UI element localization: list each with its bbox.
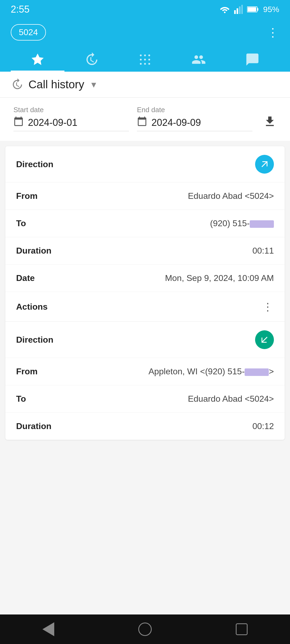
svg-point-9 [144, 54, 146, 56]
svg-point-12 [144, 59, 146, 61]
call-1-to-value: (920) 515- [210, 218, 274, 228]
start-date-label: Start date [13, 106, 129, 114]
end-calendar-icon [137, 116, 147, 129]
star-icon [30, 52, 45, 67]
start-date-field[interactable]: Start date 2024-09-01 [13, 106, 129, 131]
download-button[interactable] [263, 115, 277, 131]
end-date-label: End date [137, 106, 252, 114]
header: 5024 ⋮ [0, 19, 290, 72]
call-1-actions-row[interactable]: Actions ⋮ [5, 292, 285, 321]
call-1-from-value: Eduardo Abad <5024> [188, 191, 274, 201]
nav-recents-button[interactable] [232, 620, 251, 639]
call-1-date-label: Date [16, 273, 35, 283]
svg-point-0 [224, 12, 226, 13]
call-1-from-label: From [16, 191, 38, 201]
history-icon [84, 52, 99, 67]
battery-percent: 95% [263, 5, 279, 14]
svg-rect-1 [234, 10, 236, 14]
status-icons: 95% [220, 5, 279, 14]
call-1-actions-label: Actions [16, 302, 48, 312]
home-icon [138, 623, 152, 636]
call-history-icon [11, 78, 23, 91]
bottom-nav [0, 614, 290, 644]
svg-point-16 [148, 63, 150, 65]
call-2-duration-label: Duration [16, 421, 52, 431]
svg-point-10 [148, 54, 150, 56]
call-1-to-redacted [250, 220, 274, 228]
call-1-direction-row: Direction [5, 146, 285, 182]
wifi-icon [220, 5, 230, 13]
svg-point-14 [140, 63, 142, 65]
call-2-direction-row: Direction [5, 322, 285, 358]
call-2-duration-row: Duration 00:12 [5, 413, 285, 440]
svg-rect-7 [257, 8, 258, 11]
svg-point-15 [144, 63, 146, 65]
call-1-date-value: Mon, Sep 9, 2024, 10:09 AM [165, 273, 274, 283]
tab-history[interactable] [64, 49, 118, 72]
call-1-to-row: To (920) 515- [5, 210, 285, 237]
call-1-actions-icon[interactable]: ⋮ [262, 301, 274, 313]
call-2-from-redacted [245, 368, 269, 376]
filter-dropdown-icon[interactable]: ▾ [91, 79, 96, 90]
status-time: 2:55 [11, 4, 30, 15]
svg-point-11 [140, 59, 142, 61]
call-card-2: Direction From Appleton, WI <(920) 515->… [5, 322, 285, 440]
outgoing-call-icon [259, 159, 270, 169]
calls-list: Direction From Eduardo Abad <5024> To (9… [5, 146, 285, 440]
start-calendar-icon [13, 116, 24, 129]
end-date-field[interactable]: End date 2024-09-09 [137, 106, 252, 131]
call-2-from-label: From [16, 367, 38, 376]
header-top: 5024 ⋮ [11, 24, 279, 41]
call-2-to-label: To [16, 394, 26, 404]
status-bar: 2:55 95% [0, 0, 290, 19]
svg-rect-4 [241, 5, 243, 14]
filter-title: Call history [28, 78, 84, 91]
svg-rect-6 [248, 7, 256, 12]
svg-point-13 [148, 59, 150, 61]
contacts-icon [191, 52, 206, 67]
call-1-date-row: Date Mon, Sep 9, 2024, 10:09 AM [5, 265, 285, 292]
end-date-value: 2024-09-09 [151, 117, 201, 128]
nav-home-button[interactable] [136, 620, 154, 639]
messages-icon [245, 52, 260, 67]
account-badge[interactable]: 5024 [11, 24, 46, 41]
tab-favorites[interactable] [11, 49, 64, 72]
call-1-from-row: From Eduardo Abad <5024> [5, 182, 285, 210]
incoming-call-icon [259, 335, 270, 345]
nav-back-button[interactable] [39, 620, 58, 639]
nav-tabs [11, 49, 279, 72]
call-2-from-value: Appleton, WI <(920) 515-> [148, 367, 274, 376]
filter-bar: Call history ▾ [0, 72, 290, 98]
recents-icon [236, 623, 248, 635]
call-2-direction-label: Direction [16, 335, 53, 345]
call-2-direction-badge [255, 330, 274, 349]
call-2-from-row: From Appleton, WI <(920) 515-> [5, 358, 285, 385]
tab-contacts[interactable] [172, 49, 226, 72]
end-date-input[interactable]: 2024-09-09 [137, 116, 252, 131]
start-date-input[interactable]: 2024-09-01 [13, 116, 129, 131]
call-1-duration-label: Duration [16, 246, 52, 256]
call-2-to-row: To Eduardo Abad <5024> [5, 385, 285, 413]
tab-dialpad[interactable] [118, 49, 172, 72]
svg-point-8 [140, 54, 142, 56]
call-1-duration-row: Duration 00:11 [5, 237, 285, 265]
battery-icon [247, 6, 259, 13]
svg-rect-2 [237, 8, 238, 14]
call-1-to-label: To [16, 218, 26, 228]
start-date-value: 2024-09-01 [28, 117, 77, 128]
call-2-to-value: Eduardo Abad <5024> [188, 394, 274, 404]
more-menu-icon[interactable]: ⋮ [267, 25, 279, 39]
date-filters: Start date 2024-09-01 End date 2024-09-0… [0, 98, 290, 141]
call-2-duration-value: 00:12 [252, 421, 274, 431]
dialpad-icon [138, 52, 152, 67]
tab-messages[interactable] [226, 49, 279, 72]
call-1-duration-value: 00:11 [252, 246, 274, 256]
back-icon [42, 622, 54, 636]
call-1-direction-label: Direction [16, 159, 53, 169]
signal-icon [234, 5, 243, 14]
svg-rect-3 [239, 6, 241, 14]
call-1-direction-badge [255, 155, 274, 174]
call-card-1: Direction From Eduardo Abad <5024> To (9… [5, 146, 285, 322]
